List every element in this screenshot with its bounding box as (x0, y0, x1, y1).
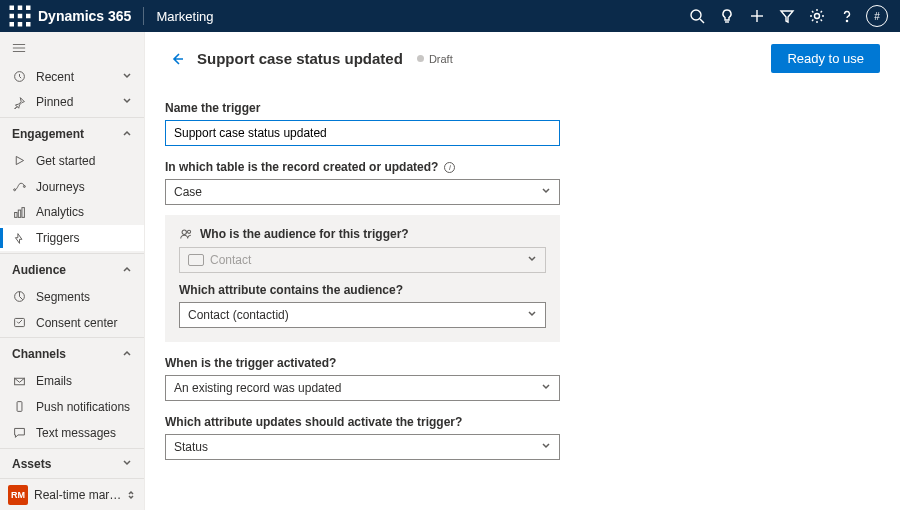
name-label: Name the trigger (165, 101, 705, 115)
svg-point-9 (691, 10, 701, 20)
svg-point-15 (846, 20, 847, 21)
main-content: Support case status updated Draft Ready … (145, 32, 900, 510)
nav-label: Pinned (36, 95, 73, 109)
nav-push-notifications[interactable]: Push notifications (0, 394, 144, 420)
nav-journeys[interactable]: Journeys (0, 174, 144, 200)
attr-updates-label: Which attribute updates should activate … (165, 415, 705, 429)
push-icon (12, 400, 26, 413)
nav-pinned[interactable]: Pinned (0, 90, 144, 116)
svg-rect-6 (10, 22, 15, 27)
chevron-updown-icon (126, 490, 136, 500)
brand-label: Dynamics 365 (38, 8, 131, 24)
nav-get-started[interactable]: Get started (0, 148, 144, 174)
nav-analytics[interactable]: Analytics (0, 200, 144, 226)
play-icon (12, 154, 26, 167)
table-label: In which table is the record created or … (165, 160, 705, 174)
chevron-down-icon (122, 457, 132, 471)
app-launcher-icon[interactable] (8, 4, 32, 28)
svg-line-10 (700, 19, 704, 23)
header-divider (143, 7, 144, 25)
audience-label: Who is the audience for this trigger? (179, 227, 546, 241)
help-icon[interactable] (832, 1, 862, 31)
consent-icon (12, 316, 26, 329)
email-icon (12, 375, 26, 388)
svg-rect-8 (26, 22, 31, 27)
section-assets[interactable]: Assets (0, 451, 144, 479)
svg-rect-3 (10, 14, 15, 19)
svg-rect-4 (18, 14, 23, 19)
nav-label: Consent center (36, 316, 117, 330)
nav-label: Text messages (36, 426, 116, 440)
nav-label: Segments (36, 290, 90, 304)
module-label: Marketing (156, 9, 213, 24)
attr-updates-select[interactable]: Status (165, 434, 560, 460)
area-badge: RM (8, 485, 28, 505)
top-bar: Dynamics 365 Marketing # (0, 0, 900, 32)
trigger-form: Name the trigger In which table is the r… (145, 101, 725, 480)
nav-label: Get started (36, 154, 95, 168)
segments-icon (12, 290, 26, 303)
section-audience[interactable]: Audience (0, 256, 144, 284)
pin-icon (12, 96, 26, 109)
chevron-up-icon (122, 263, 132, 277)
svg-rect-23 (18, 210, 20, 217)
name-input[interactable] (165, 120, 560, 146)
hamburger-icon[interactable] (0, 32, 144, 64)
nav-label: Recent (36, 70, 74, 84)
nav-text-messages[interactable]: Text messages (0, 420, 144, 446)
chevron-down-icon (541, 185, 551, 199)
chevron-up-icon (122, 127, 132, 141)
nav-triggers[interactable]: Triggers (0, 225, 144, 251)
svg-rect-22 (14, 212, 16, 217)
status-badge: Draft (417, 53, 453, 65)
journeys-icon (12, 180, 26, 193)
chevron-down-icon (541, 381, 551, 395)
nav-emails[interactable]: Emails (0, 368, 144, 394)
chevron-down-icon (527, 308, 537, 322)
svg-rect-7 (18, 22, 23, 27)
table-select[interactable]: Case (165, 179, 560, 205)
audience-box: Who is the audience for this trigger? Co… (165, 215, 560, 342)
clock-icon (12, 70, 26, 83)
nav-consent-center[interactable]: Consent center (0, 310, 144, 336)
add-icon[interactable] (742, 1, 772, 31)
nav-label: Push notifications (36, 400, 130, 414)
filter-icon[interactable] (772, 1, 802, 31)
user-avatar[interactable]: # (862, 1, 892, 31)
svg-point-31 (187, 230, 190, 233)
svg-point-14 (815, 14, 820, 19)
audience-select: Contact (179, 247, 546, 273)
when-select[interactable]: An existing record was updated (165, 375, 560, 401)
analytics-icon (12, 206, 26, 219)
info-icon[interactable]: i (444, 162, 455, 173)
search-icon[interactable] (682, 1, 712, 31)
svg-rect-24 (21, 208, 23, 218)
area-switcher[interactable]: RM Real-time marketi… (0, 478, 144, 510)
svg-rect-1 (18, 6, 23, 11)
page-header: Support case status updated Draft Ready … (145, 32, 900, 87)
people-icon (179, 227, 193, 241)
section-engagement[interactable]: Engagement (0, 120, 144, 148)
nav-label: Analytics (36, 205, 84, 219)
nav-recent[interactable]: Recent (0, 64, 144, 90)
chevron-down-icon (122, 95, 132, 109)
lightbulb-icon[interactable] (712, 1, 742, 31)
chat-icon (12, 426, 26, 439)
nav-label: Journeys (36, 180, 85, 194)
audience-attr-label: Which attribute contains the audience? (179, 283, 546, 297)
nav-segments[interactable]: Segments (0, 284, 144, 310)
chevron-up-icon (122, 347, 132, 361)
when-label: When is the trigger activated? (165, 356, 705, 370)
triggers-icon (12, 232, 26, 245)
svg-rect-0 (10, 6, 15, 11)
ready-to-use-button[interactable]: Ready to use (771, 44, 880, 73)
svg-point-30 (182, 230, 186, 234)
svg-rect-2 (26, 6, 31, 11)
back-button[interactable] (165, 47, 189, 71)
chevron-down-icon (541, 440, 551, 454)
page-title: Support case status updated (197, 50, 403, 67)
section-channels[interactable]: Channels (0, 340, 144, 368)
chevron-down-icon (122, 70, 132, 84)
audience-attr-select[interactable]: Contact (contactid) (179, 302, 546, 328)
gear-icon[interactable] (802, 1, 832, 31)
